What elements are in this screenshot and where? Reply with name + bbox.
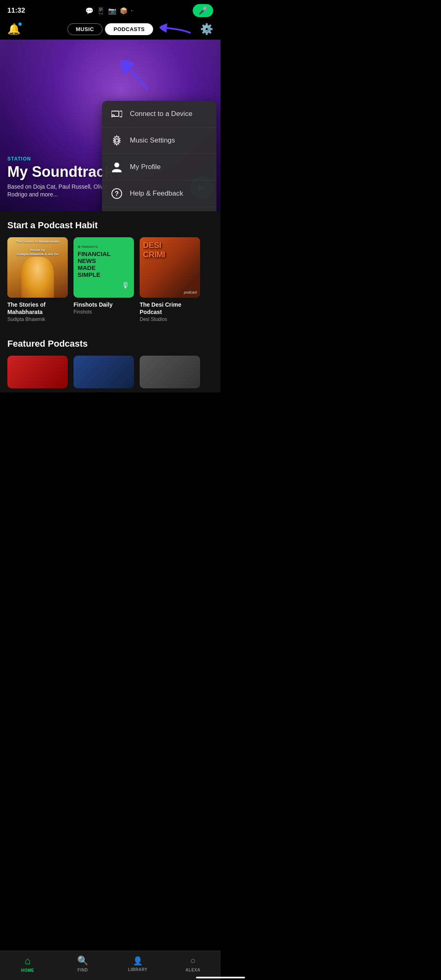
- help-feedback-label: Help & Feedback: [130, 189, 183, 198]
- desi-crime-author: Desi Studios: [140, 316, 200, 322]
- featured-section-title: Featured Podcasts: [7, 339, 213, 349]
- cast-icon: [110, 107, 123, 120]
- chat-icon: 💬: [85, 7, 94, 15]
- person-icon: [110, 160, 123, 174]
- featured-card-1[interactable]: [7, 356, 68, 388]
- purple-arrow: [120, 60, 153, 94]
- tab-bar: MUSIC PODCASTS: [67, 23, 154, 35]
- finshots-logo: ⊕ FINSHOTS: [78, 245, 98, 249]
- finshots-author: Finshots: [74, 309, 134, 315]
- dropdown-item-help[interactable]: ? Help & Feedback: [102, 180, 216, 207]
- help-icon: ?: [110, 187, 123, 200]
- my-profile-label: My Profile: [130, 163, 161, 171]
- settings-button[interactable]: ⚙️: [200, 23, 213, 36]
- finshots-title-text: FINANCIALNEWSMADESIMPLE: [78, 250, 130, 278]
- notifications-button[interactable]: 🔔: [7, 23, 20, 36]
- mahabharata-name: The Stories of Mahabharata: [7, 301, 68, 316]
- hero-section: STATION My Soundtrack Based on Doja Cat,…: [0, 40, 220, 211]
- dropdown-item-music-settings[interactable]: Music Settings: [102, 127, 216, 154]
- svg-point-3: [114, 163, 119, 167]
- podcast-cards-list: The Stories of MahabharataRetold bySudip…: [7, 237, 213, 325]
- gear-icon: [110, 134, 123, 147]
- desi-crime-name: The Desi Crime Podcast: [140, 301, 200, 316]
- podcast-thumb-desi: DESICRIMI podcast: [140, 237, 200, 298]
- dot-icon: ·: [131, 7, 133, 14]
- featured-cards-list: [7, 356, 213, 388]
- mail-icon: 📦: [120, 7, 128, 15]
- status-time: 11:32: [7, 7, 25, 15]
- svg-point-2: [115, 139, 118, 142]
- notification-dot: [18, 22, 22, 26]
- tab-music[interactable]: MUSIC: [67, 23, 102, 35]
- podcast-thumb-mahabharata: The Stories of MahabharataRetold bySudip…: [7, 237, 68, 298]
- podcast-section-title: Start a Podcast Habit: [7, 220, 213, 231]
- podcast-card-desi-crime[interactable]: DESICRIMI podcast The Desi Crime Podcast…: [140, 237, 200, 322]
- connect-device-label: Connect to a Device: [130, 110, 192, 118]
- photo-icon: 📷: [108, 7, 116, 15]
- podcast-thumb-finshots: ⊕ FINSHOTS FINANCIALNEWSMADESIMPLE 🎙: [74, 237, 134, 298]
- mahabharata-thumb-text: The Stories of MahabharataRetold bySudip…: [10, 240, 65, 257]
- finshots-name: Finshots Daily: [74, 301, 134, 308]
- tab-podcasts[interactable]: PODCASTS: [105, 23, 153, 35]
- podcast-card-mahabharata[interactable]: The Stories of MahabharataRetold bySudip…: [7, 237, 68, 322]
- deity-figure: [21, 257, 54, 298]
- status-icons: 💬 📱 📷 📦 ·: [85, 7, 133, 15]
- mic-button[interactable]: 🎤: [193, 4, 213, 17]
- mahabharata-author: Sudipta Bhawmik: [7, 316, 68, 322]
- featured-podcasts-section: Featured Podcasts: [0, 330, 220, 392]
- settings-dropdown: Connect to a Device Music Settings My Pr…: [102, 101, 216, 211]
- whatsapp-icon: 📱: [97, 7, 105, 15]
- finshots-mic-icon: 🎙: [122, 281, 130, 290]
- nav-spacer: [0, 392, 220, 425]
- dropdown-item-car-mode[interactable]: Car Mode: [102, 207, 216, 211]
- dropdown-item-my-profile[interactable]: My Profile: [102, 154, 216, 180]
- featured-card-2[interactable]: [74, 356, 134, 388]
- music-settings-label: Music Settings: [130, 136, 175, 145]
- status-bar: 11:32 💬 📱 📷 📦 · 🎤: [0, 0, 220, 20]
- featured-card-3[interactable]: [140, 356, 200, 388]
- desi-title-text: DESICRIMI: [143, 241, 165, 259]
- svg-text:?: ?: [115, 190, 119, 197]
- mic-icon: 🎤: [198, 6, 207, 15]
- podcast-habit-section: Start a Podcast Habit The Stories of Mah…: [0, 211, 220, 330]
- podcast-card-finshots[interactable]: ⊕ FINSHOTS FINANCIALNEWSMADESIMPLE 🎙 Fin…: [74, 237, 134, 322]
- svg-rect-1: [111, 111, 119, 116]
- dropdown-item-connect[interactable]: Connect to a Device: [102, 101, 216, 127]
- desi-subtitle: podcast: [184, 290, 197, 294]
